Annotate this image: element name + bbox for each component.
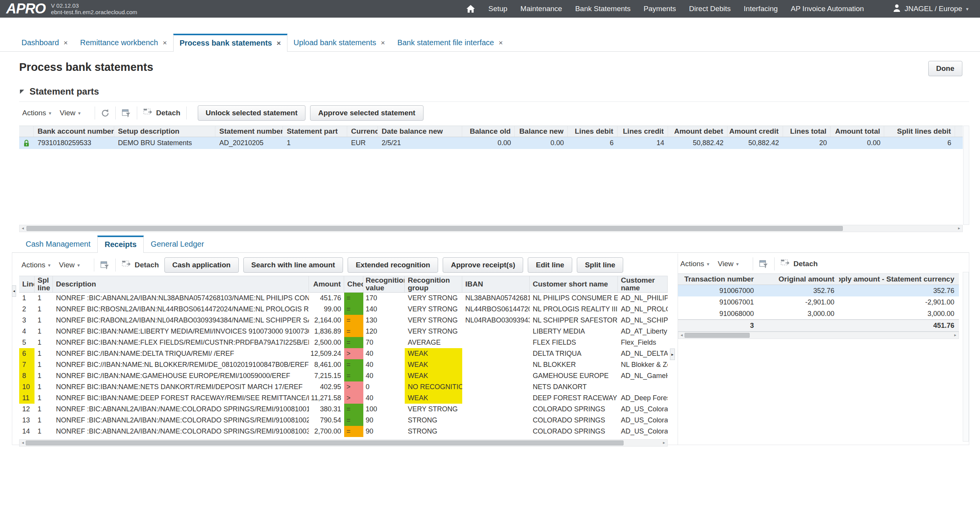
- section-statement-parts[interactable]: Statement parts: [19, 86, 980, 97]
- receipt-row[interactable]: 2 1 NONREF BIC:RBOSNL2A/IBAN:NL44RBOS061…: [19, 304, 668, 315]
- column-header[interactable]: Apply amount - Statement currency: [839, 274, 959, 285]
- panel-collapse-left-icon[interactable]: ◂: [12, 285, 16, 297]
- scroll-left-icon[interactable]: ◄: [21, 440, 25, 446]
- column-header[interactable]: Balance old: [462, 126, 515, 137]
- column-header[interactable]: Customer name: [618, 276, 668, 292]
- receipt-row[interactable]: 1 1 NONREF :BIC:ABNANL2A/IBAN:NL38ABNA05…: [19, 293, 668, 304]
- column-header[interactable]: Setup description: [114, 126, 216, 137]
- detail-subtab[interactable]: General Ledger: [144, 237, 211, 252]
- receipt-row[interactable]: 11 1 NONREF BIC:IBAN:NAME:DEEP FOREST RA…: [19, 393, 668, 404]
- done-button[interactable]: Done: [928, 61, 963, 76]
- column-header[interactable]: Original amount: [758, 274, 839, 285]
- scroll-left-icon[interactable]: ◄: [680, 332, 683, 339]
- receipt-row[interactable]: 14 1 NONREF :BIC:ABNANL2A/IBAN:/NAME:COL…: [19, 426, 668, 437]
- transaction-row[interactable]: 910067000 352.76 352.76: [678, 285, 959, 296]
- receipts-hscrollbar[interactable]: ◄ ►: [19, 439, 668, 447]
- column-header[interactable]: Lines total: [783, 126, 831, 137]
- document-tab[interactable]: Dashboard ×: [15, 35, 74, 51]
- toolbar-button[interactable]: Approve selected statement: [310, 105, 423, 121]
- column-header[interactable]: Customer short name: [530, 276, 618, 292]
- toolbar-button[interactable]: Edit line: [528, 257, 572, 273]
- view-menu[interactable]: View▾: [59, 261, 80, 269]
- statement-hscrollbar[interactable]: ◄ ►: [19, 225, 963, 232]
- query-by-example-icon[interactable]: [759, 260, 768, 268]
- tab-close-icon[interactable]: ×: [64, 39, 68, 47]
- view-menu[interactable]: View▾: [718, 260, 739, 268]
- detach-button[interactable]: Detach: [780, 259, 817, 269]
- top-menu-item[interactable]: Payments: [643, 5, 676, 13]
- actions-menu[interactable]: Actions▾: [680, 260, 709, 268]
- toolbar-button[interactable]: Search with line amount: [243, 257, 343, 273]
- column-header[interactable]: Date balance new: [378, 126, 462, 137]
- column-header[interactable]: Balance new: [515, 126, 568, 137]
- column-header[interactable]: Split lines debit: [884, 126, 955, 137]
- tab-close-icon[interactable]: ×: [381, 39, 385, 47]
- refresh-icon[interactable]: [101, 109, 110, 118]
- toolbar-button[interactable]: Split line: [577, 257, 623, 273]
- statement-row[interactable]: 79310180259533 DEMO BRU Statements AD_20…: [19, 137, 963, 149]
- column-header[interactable]: Spl line: [34, 276, 53, 292]
- column-header[interactable]: Recognition group: [405, 276, 462, 292]
- column-header[interactable]: Amount debet: [668, 126, 727, 137]
- query-by-example-icon[interactable]: [121, 109, 131, 118]
- receipt-row[interactable]: 8 1 NONREF BIC:/IBAN:NAME:GAMEHOUSE EURO…: [19, 370, 668, 381]
- detach-button[interactable]: Detach: [143, 108, 180, 118]
- transaction-row[interactable]: 910067001 -2,901.00 -2,901.00: [678, 296, 959, 308]
- document-tab[interactable]: Bank statement file interface ×: [391, 35, 509, 51]
- toolbar-button[interactable]: Unlock selected statement: [198, 105, 306, 121]
- toolbar-button[interactable]: Approve receipt(s): [443, 257, 523, 273]
- actions-menu[interactable]: Actions▾: [21, 261, 51, 269]
- document-tab[interactable]: Process bank statements ×: [173, 34, 287, 52]
- receipt-row[interactable]: 4 1 NONREF BIC:IBAN:NAME:LIBERTY MEDIA/R…: [19, 326, 668, 337]
- view-menu[interactable]: View▾: [60, 109, 80, 117]
- document-tab[interactable]: Remittance workbench ×: [74, 35, 173, 51]
- column-header[interactable]: Description: [53, 276, 309, 292]
- scrollbar-thumb[interactable]: [26, 440, 624, 445]
- column-header[interactable]: Amount credit: [727, 126, 783, 137]
- top-menu-item[interactable]: Maintenance: [520, 5, 562, 13]
- scroll-right-icon[interactable]: ►: [662, 440, 666, 446]
- top-menu-item[interactable]: AP Invoice Automation: [791, 5, 864, 13]
- transaction-row[interactable]: 910068000 3,000.00 3,000.00: [678, 308, 959, 319]
- column-header[interactable]: IBAN: [462, 276, 530, 292]
- column-header[interactable]: Lines debit: [568, 126, 617, 137]
- column-header[interactable]: Amount: [309, 276, 344, 292]
- detail-subtab[interactable]: Cash Management: [19, 237, 97, 252]
- scroll-right-icon[interactable]: ►: [957, 225, 961, 232]
- column-header[interactable]: Bank account number: [34, 126, 114, 137]
- receipt-row[interactable]: 3 1 NONREF BIC:RABONL2A/IBAN:NL04RABO030…: [19, 315, 668, 326]
- top-menu-item[interactable]: Bank Statements: [575, 5, 631, 13]
- toolbar-button[interactable]: Extended recognition: [348, 257, 438, 273]
- transactions-vscrollbar[interactable]: [963, 272, 969, 442]
- top-menu-item[interactable]: Interfacing: [744, 5, 778, 13]
- actions-menu[interactable]: Actions▾: [22, 109, 51, 117]
- receipt-row[interactable]: 13 1 NONREF :BIC:ABNANL2A/IBAN:/NAME:COL…: [19, 415, 668, 426]
- column-header[interactable]: Check: [344, 276, 363, 292]
- tab-close-icon[interactable]: ×: [277, 39, 281, 47]
- scroll-right-icon[interactable]: ►: [954, 332, 957, 339]
- column-header[interactable]: Statement number: [215, 126, 283, 137]
- scroll-left-icon[interactable]: ◄: [21, 225, 25, 232]
- document-tab[interactable]: Upload bank statements ×: [287, 35, 391, 51]
- splitter-right-icon[interactable]: ▸: [670, 349, 675, 360]
- column-header[interactable]: Recognition value: [363, 276, 405, 292]
- query-by-example-icon[interactable]: [100, 261, 110, 270]
- tab-close-icon[interactable]: ×: [499, 39, 503, 47]
- home-icon[interactable]: [466, 5, 475, 13]
- user-menu[interactable]: JNAGEL / Europe ▾: [893, 4, 969, 14]
- column-header[interactable]: Line: [19, 276, 34, 292]
- receipt-row[interactable]: 10 1 NONREF BIC:IBAN:NAME:NETS DANKORT/R…: [19, 381, 668, 393]
- detail-subtab[interactable]: Receipts: [97, 236, 144, 253]
- column-header[interactable]: Lines credit: [617, 126, 668, 137]
- detach-button[interactable]: Detach: [121, 260, 159, 270]
- top-menu-item[interactable]: Direct Debits: [689, 5, 731, 13]
- scrollbar-thumb[interactable]: [685, 333, 750, 338]
- receipt-row[interactable]: 6 1 NONREF BIC:/IBAN:NAME:DELTA TRIQUA/R…: [19, 348, 668, 359]
- top-menu-item[interactable]: Setup: [488, 5, 507, 13]
- receipt-row[interactable]: 5 1 NONREF BIC:IBAN:NAME:FLEX FIELDS/REM…: [19, 337, 668, 348]
- receipt-row[interactable]: 12 1 NONREF :BIC:ABNANL2A/IBAN:/NAME:COL…: [19, 404, 668, 415]
- column-header[interactable]: Transaction number: [678, 274, 758, 285]
- column-header[interactable]: Amount total: [831, 126, 884, 137]
- column-header[interactable]: Currency: [347, 126, 378, 137]
- transactions-hscrollbar[interactable]: ◄ ►: [678, 332, 959, 339]
